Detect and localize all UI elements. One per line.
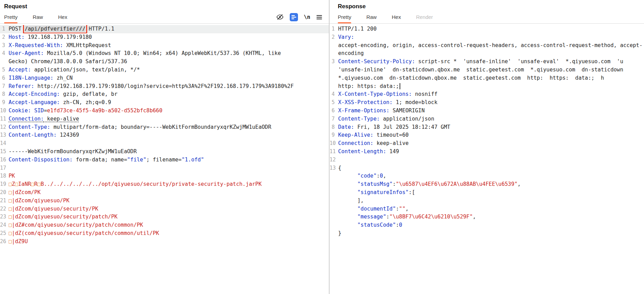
line-number: [330, 66, 338, 74]
line-number: 23: [0, 213, 9, 221]
request-tab-raw[interactable]: Raw: [33, 11, 43, 23]
code-line: http: https: data:;: [338, 82, 644, 91]
response-code-row: 2Vary:: [330, 33, 644, 42]
code-text: PK: [9, 173, 15, 179]
code-line: {: [338, 164, 644, 172]
line-number: 12: [330, 156, 338, 164]
code-line: accept-encoding, origin, access-control-…: [338, 42, 644, 50]
code-line: encoding: [338, 49, 644, 58]
menu-icon[interactable]: [316, 14, 323, 21]
code-line: "message":"\u8BF7\u6C42\u6210\u529F",: [338, 213, 644, 221]
code-line: *.qiyuesuo.com dn-staticdown.qbox.me sta…: [338, 74, 644, 82]
code-text: "\u6587\u4EF6\u672A\u88AB\u4FEE\u6539": [396, 181, 518, 187]
line-number: [0, 58, 9, 66]
code-text: |dZcom/qiyuesuo/PK: [12, 197, 69, 204]
code-text: :[: [409, 189, 415, 195]
request-code-row: 25□|dZ(com/qiyuesuo/security/patch/commo…: [0, 229, 329, 238]
request-code-row: 6I18N-Language: zh_CN: [0, 74, 329, 82]
code-text: "message": [357, 214, 386, 220]
line-number: 2: [0, 33, 9, 42]
request-code-row: 22□|dZcom/qiyuesuo/security/PK: [0, 205, 329, 213]
response-tab-pretty[interactable]: Pretty: [338, 11, 351, 23]
code-text: □: [9, 222, 12, 228]
code-text: Keep-Alive:: [338, 132, 373, 138]
code-text: nosniff: [412, 91, 438, 97]
response-tab-hex[interactable]: Hex: [392, 11, 401, 23]
request-tab-hex[interactable]: Hex: [58, 11, 67, 23]
code-text: [338, 181, 357, 187]
code-line: Content-Length: 149: [338, 148, 644, 156]
response-tabbar: PrettyRawHexRender: [330, 11, 644, 24]
code-text: [338, 206, 357, 212]
line-number: 5: [0, 66, 9, 74]
response-code-row: "code":0,: [330, 172, 644, 180]
visibility-off-icon[interactable]: [276, 13, 284, 21]
code-text: □: [9, 230, 12, 236]
response-editor[interactable]: 1HTTP/1.1 2002Vary:accept-encoding, orig…: [330, 24, 644, 238]
line-number: 25: [0, 229, 9, 238]
request-code-row: 13Content-Length: 124369: [0, 131, 329, 139]
code-text: ,: [473, 214, 476, 220]
response-tab-render[interactable]: Render: [416, 11, 433, 23]
code-text: http: https: data:;: [338, 83, 399, 89]
request-code-row: 7Referer: http://192.168.179.179:9180/lo…: [0, 82, 329, 91]
code-line: POST /api/pdfverifier/// HTTP/1.1: [9, 25, 329, 33]
code-text: application/json, text/plain, */*: [31, 67, 140, 73]
code-text: zh_CN: [54, 75, 73, 81]
response-tabs: PrettyRawHexRender: [338, 11, 433, 23]
request-code-row: 8Accept-Encoding: gzip, deflate, br: [0, 90, 329, 99]
line-number: 8: [0, 90, 9, 99]
code-text: |dZ(com/qiyuesuo/security/patch/common/u…: [12, 230, 159, 236]
code-text: gzip, deflate, br: [60, 91, 117, 97]
highlighted-path[interactable]: /api/pdfverifier///: [25, 26, 85, 32]
request-panel: Request PrettyRawHex: [0, 0, 329, 294]
line-number: [330, 180, 338, 189]
newline-icon[interactable]: \n: [304, 14, 310, 20]
line-number: 11: [0, 115, 9, 123]
response-title: Response: [338, 3, 644, 10]
line-number: 2: [330, 33, 338, 42]
code-text: X-XSS-Protection:: [338, 99, 393, 105]
code-line: Accept-Language: zh-CN, zh;q=0.9: [9, 99, 329, 107]
code-text: "": [399, 206, 405, 212]
request-code-row: 5Accept: application/json, text/plain, *…: [0, 66, 329, 74]
code-text: SAMEORIGIN: [389, 108, 425, 114]
code-line: 'unsafe-inline' dn-staticdown.qbox.me st…: [338, 66, 644, 74]
code-text: Content-Type:: [338, 116, 380, 122]
code-text: |dZ#com/qiyuesuo/security/patch/common/P…: [12, 222, 143, 228]
line-number: 3: [0, 42, 9, 50]
code-line: Accept: application/json, text/plain, */…: [9, 66, 329, 74]
code-text: Connection:: [9, 116, 44, 122]
code-text: □: [9, 206, 12, 212]
code-text: e1fd73ce-45f5-4a9b-a502-d552bfc8b660: [47, 108, 162, 114]
code-text: HTTP/1.1 200: [338, 26, 377, 32]
request-tabbar: PrettyRawHex: [0, 11, 329, 24]
request-code-row: 23□|dZcom/qiyuesuo/security/patch/PK: [0, 213, 329, 221]
response-code-row: 10Connection: keep-alive: [330, 139, 644, 148]
line-number: 6: [0, 74, 9, 82]
code-line: Content-Type: application/json: [338, 115, 644, 123]
request-tab-pretty[interactable]: Pretty: [4, 11, 18, 23]
response-tab-raw[interactable]: Raw: [366, 11, 377, 23]
line-number: 15: [0, 148, 9, 156]
code-text: 192.168.179.179:9180: [25, 34, 92, 40]
code-text: "\u8BF7\u6C42\u6210\u529F": [389, 214, 473, 220]
code-line: Content-Length: 124369: [9, 131, 329, 139]
request-code-row: 1POST /api/pdfverifier/// HTTP/1.1: [0, 25, 329, 33]
code-text: Content-Length:: [9, 132, 57, 138]
code-line: Connection: keep-alive: [9, 115, 329, 123]
code-text: SID: [34, 108, 44, 114]
code-text: http://192.168.179.179:9180/login?servic…: [34, 83, 294, 89]
code-text: *.qiyuesuo.com dn-staticdown.qbox.me sta…: [338, 75, 604, 81]
line-number: 12: [0, 123, 9, 132]
code-line: ],: [338, 197, 644, 205]
request-editor[interactable]: 1POST /api/pdfverifier/// HTTP/1.12Host:…: [0, 24, 329, 246]
code-text: accept-encoding, origin, access-control-…: [338, 42, 643, 48]
line-number: 21: [0, 197, 9, 205]
code-line: □|dZcom/qiyuesuo/PK: [9, 197, 329, 205]
code-line: □|dZ9U: [9, 238, 329, 246]
code-text: :: [393, 181, 396, 187]
pretty-print-icon[interactable]: [289, 13, 298, 22]
code-text: :: [396, 206, 399, 212]
code-text: :: [396, 222, 399, 228]
